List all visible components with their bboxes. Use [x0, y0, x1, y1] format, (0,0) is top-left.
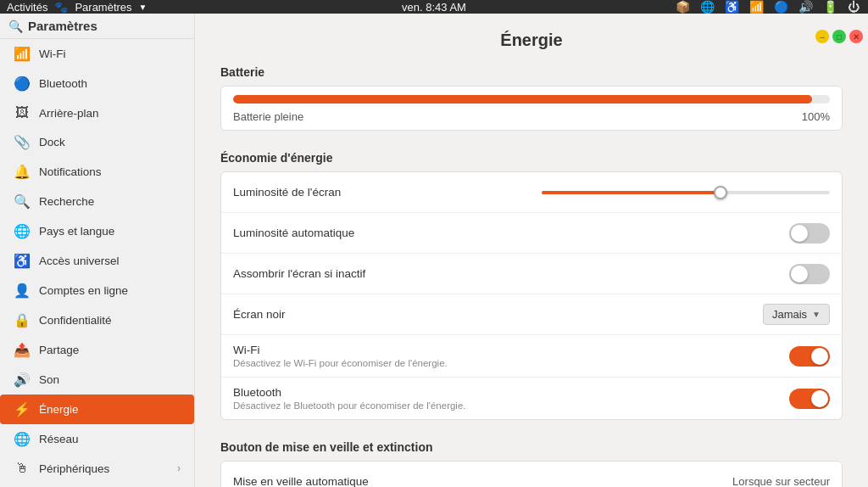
setting-row-wifi: Wi-FiDésactivez le Wi-Fi pour économiser…: [221, 335, 842, 378]
peripheriques-icon: 🖱: [14, 461, 31, 476]
main-window: 🔍 Paramètres 📶Wi-Fi🔵Bluetooth🖼Arrière-pl…: [0, 14, 868, 487]
sidebar-label-dock: Dock: [39, 136, 65, 148]
window-controls: – □ ✕: [815, 30, 863, 43]
activities-label[interactable]: Activités: [7, 1, 47, 14]
bouton-section-label: Bouton de mise en veille et extinction: [220, 440, 843, 454]
economie-label: Économie d'énergie: [220, 151, 843, 165]
battery-fill: [233, 95, 812, 104]
toggle-thumb-luminosite-auto: [791, 225, 808, 242]
son-icon: 🔊: [14, 372, 31, 388]
dropdown-ecran-noir[interactable]: Jamais▼: [763, 304, 830, 325]
sidebar-label-notifications: Notifications: [39, 165, 102, 178]
acces-universel-icon: ♿: [14, 253, 31, 269]
volume-icon[interactable]: 🔊: [797, 0, 815, 14]
sidebar-item-confidentialite[interactable]: 🔒Confidentialité: [0, 305, 194, 335]
label-wifi: Wi-Fi: [233, 344, 448, 356]
setting-row-bluetooth: BluetoothDésactivez le Bluetooth pour éc…: [221, 378, 842, 419]
pays-et-langue-icon: 🌐: [14, 223, 31, 239]
battery-section: Batterie Batterie pleine 100%: [220, 65, 843, 131]
wifi-icon: 📶: [14, 46, 31, 62]
minimize-button[interactable]: –: [815, 30, 829, 43]
toggle-bluetooth[interactable]: [789, 389, 830, 409]
battery-tray-icon[interactable]: 🔋: [821, 0, 839, 14]
wifi-tray-icon[interactable]: 📶: [748, 0, 765, 14]
label-assombrir: Assombrir l'écran si inactif: [233, 267, 365, 280]
sidebar-item-partage[interactable]: 📤Partage: [0, 335, 194, 365]
info-mise-en-veille-auto: Lorsque sur secteur: [732, 475, 830, 487]
sidebar-label-comptes-en-ligne: Comptes en ligne: [39, 284, 128, 297]
content-area: – □ ✕ Énergie Batterie Batterie pleine 1…: [195, 14, 868, 487]
sidebar-item-details[interactable]: ℹDétails›: [0, 483, 194, 487]
slider-luminosite-ecran[interactable]: [542, 191, 830, 194]
power-icon[interactable]: ⏻: [846, 0, 861, 14]
battery-card: Batterie pleine 100%: [220, 86, 843, 131]
sidebar-item-dock[interactable]: 📎Dock: [0, 127, 194, 157]
battery-status: Batterie pleine: [233, 110, 303, 123]
setting-row-luminosite-ecran: Luminosité de l'écran: [221, 172, 842, 213]
sidebar-label-bluetooth: Bluetooth: [39, 77, 87, 90]
topbar: Activités 🐾 Paramètres ▼ ven. 8:43 AM 📦 …: [0, 0, 868, 14]
bluetooth-tray-icon[interactable]: 🔵: [772, 0, 790, 14]
topbar-separator: 🐾: [54, 1, 68, 14]
sidebar-label-energie: Énergie: [39, 403, 79, 416]
toggle-thumb-bluetooth: [811, 390, 828, 407]
close-button[interactable]: ✕: [849, 30, 863, 43]
sidebar-item-notifications[interactable]: 🔔Notifications: [0, 157, 194, 187]
topbar-center: ven. 8:43 AM: [402, 1, 466, 14]
maximize-button[interactable]: □: [832, 30, 846, 43]
search-icon: 🔍: [8, 20, 23, 33]
confidentialite-icon: 🔒: [14, 312, 31, 328]
sidebar-label-pays-et-langue: Pays et langue: [39, 225, 114, 238]
sidebar-label-wifi: Wi-Fi: [39, 48, 65, 60]
sidebar: 🔍 Paramètres 📶Wi-Fi🔵Bluetooth🖼Arrière-pl…: [0, 14, 195, 487]
setting-row-ecran-noir: Écran noirJamais▼: [221, 294, 842, 335]
sidebar-items-list: 📶Wi-Fi🔵Bluetooth🖼Arrière-plan📎Dock🔔Notif…: [0, 39, 194, 487]
economie-card: Luminosité de l'écranLuminosité automati…: [220, 171, 843, 420]
recherche-icon: 🔍: [14, 193, 31, 210]
sidebar-label-partage: Partage: [39, 344, 79, 356]
sidebar-item-acces-universel[interactable]: ♿Accès universel: [0, 246, 194, 276]
page-title: Énergie: [220, 31, 843, 50]
sidebar-item-peripheriques[interactable]: 🖱Périphériques›: [0, 454, 194, 483]
sidebar-item-son[interactable]: 🔊Son: [0, 365, 194, 395]
bouton-card: Mise en veille automatiqueLorsque sur se…: [220, 461, 843, 487]
label-bluetooth: Bluetooth: [233, 386, 466, 399]
sidebar-label-peripheriques: Périphériques: [39, 462, 109, 475]
toggle-assombrir[interactable]: [789, 264, 830, 284]
notifications-icon: 🔔: [14, 164, 31, 180]
sidebar-label-recherche: Recherche: [39, 195, 94, 208]
label-luminosite-ecran: Luminosité de l'écran: [233, 186, 341, 199]
energie-icon: ⚡: [14, 401, 31, 417]
economie-section: Économie d'énergie Luminosité de l'écran…: [220, 151, 843, 420]
sidebar-item-comptes-en-ligne[interactable]: 👤Comptes en ligne: [0, 276, 194, 305]
dock-icon: 📎: [14, 134, 31, 150]
sublabel-bluetooth: Désactivez le Bluetooth pour économiser …: [233, 400, 466, 411]
sidebar-search-container[interactable]: 🔍 Paramètres: [0, 14, 194, 39]
partage-icon: 📤: [14, 342, 31, 358]
sidebar-item-wifi[interactable]: 📶Wi-Fi: [0, 39, 194, 69]
arrow-icon: ›: [177, 462, 181, 474]
topbar-time: ven. 8:43 AM: [402, 1, 466, 14]
sidebar-item-recherche[interactable]: 🔍Recherche: [0, 187, 194, 216]
sidebar-item-arriere-plan[interactable]: 🖼Arrière-plan: [0, 98, 194, 127]
dropbox-icon[interactable]: 📦: [674, 0, 692, 14]
topbar-right: 📦 🌐 ♿ 📶 🔵 🔊 🔋 ⏻: [674, 0, 861, 14]
sidebar-item-reseau[interactable]: 🌐Réseau: [0, 424, 194, 454]
accessibility-icon[interactable]: ♿: [723, 0, 741, 14]
toggle-wifi[interactable]: [789, 346, 830, 367]
sidebar-item-bluetooth[interactable]: 🔵Bluetooth: [0, 69, 194, 98]
bluetooth-icon: 🔵: [14, 76, 31, 92]
sublabel-wifi: Désactivez le Wi-Fi pour économiser de l…: [233, 358, 448, 368]
sidebar-title: Paramètres: [28, 19, 97, 33]
comptes-en-ligne-icon: 👤: [14, 283, 31, 299]
toggle-luminosite-auto[interactable]: [789, 223, 830, 244]
toggle-thumb-wifi: [811, 348, 828, 365]
sidebar-item-energie[interactable]: ⚡Énergie: [0, 395, 194, 424]
toggle-thumb-assombrir: [791, 266, 808, 283]
dropdown-arrow-ecran-noir: ▼: [812, 310, 821, 319]
sidebar-item-pays-et-langue[interactable]: 🌐Pays et langue: [0, 216, 194, 246]
network-icon[interactable]: 🌐: [698, 0, 716, 14]
menu-label[interactable]: Paramètres: [75, 1, 131, 14]
battery-percent: 100%: [802, 110, 830, 123]
arriere-plan-icon: 🖼: [14, 105, 31, 120]
